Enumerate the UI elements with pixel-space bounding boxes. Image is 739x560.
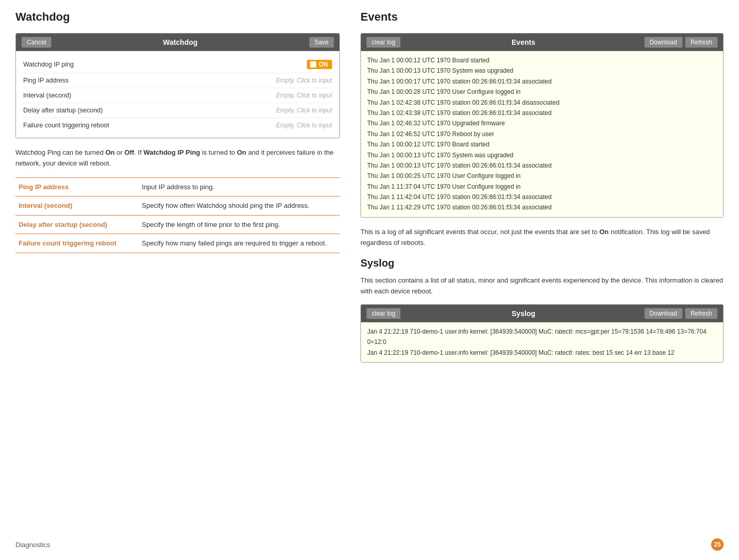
events-section-title: Events — [360, 10, 724, 24]
log-line: Thu Jan 1 00:00:28 UTC 1970 User Configu… — [367, 87, 717, 97]
definition-row: Ping IP addressInput IP address to ping. — [15, 177, 340, 196]
page-number: 25 — [711, 538, 724, 551]
interval-label: Interval (second) — [23, 92, 71, 99]
syslog-section-title: Syslog — [360, 257, 724, 269]
failure-count-label: Failure count triggering reboot — [23, 122, 109, 129]
watchdog-panel-title: Watchdog — [52, 38, 308, 46]
definition-text: Specify how many failed pings are requir… — [139, 234, 340, 253]
syslog-panel-header: clear log Syslog Download Refresh — [361, 305, 723, 322]
watchdog-panel-header: Cancel Watchdog Save — [16, 34, 339, 51]
definitions-table: Ping IP addressInput IP address to ping.… — [15, 177, 340, 253]
log-line: Thu Jan 1 00:00:13 UTC 1970 System was u… — [367, 65, 717, 76]
events-description: This is a log of all significant events … — [360, 227, 724, 249]
events-download-button[interactable]: Download — [644, 37, 683, 48]
cancel-button[interactable]: Cancel — [21, 37, 52, 48]
log-line: Thu Jan 1 00:00:13 UTC 1970 System was u… — [367, 150, 717, 160]
definition-text: Specify the length of time prior to the … — [139, 215, 340, 234]
events-panel: clear log Events Download Refresh Thu Ja… — [360, 33, 724, 218]
syslog-line: Jan 4 21:22:19 710-demo-1 user.info kern… — [367, 326, 717, 348]
log-line: Thu Jan 1 00:00:25 UTC 1970 User Configu… — [367, 171, 717, 181]
left-column: Watchdog Cancel Watchdog Save Watchdog I… — [15, 10, 355, 372]
syslog-clear-log-button[interactable]: clear log — [366, 308, 401, 319]
events-panel-header: clear log Events Download Refresh — [361, 34, 723, 51]
syslog-download-button[interactable]: Download — [644, 308, 683, 319]
syslog-panel: clear log Syslog Download Refresh Jan 4 … — [360, 304, 724, 363]
ping-ip-address-value: Empty, Click to input — [276, 77, 332, 84]
ping-ip-address-row[interactable]: Ping IP address Empty, Click to input — [23, 73, 332, 88]
right-column: Events clear log Events Download Refresh… — [355, 10, 724, 372]
interval-value: Empty, Click to input — [276, 92, 332, 99]
log-line: Thu Jan 1 02:43:38 UTC 1970 station 00:2… — [367, 108, 717, 118]
toggle-label: ON — [319, 61, 328, 68]
definition-row: Failure count triggering rebootSpecify h… — [15, 234, 340, 253]
definition-text: Specify how often Watchdog should ping t… — [139, 196, 340, 216]
log-line: Thu Jan 1 11:42:29 UTC 1970 station 00:2… — [367, 202, 717, 212]
log-line: Thu Jan 1 11:37:04 UTC 1970 User Configu… — [367, 182, 717, 192]
events-panel-body: Thu Jan 1 00:00:12 UTC 1970 Board starte… — [361, 51, 723, 217]
watchdog-toggle[interactable]: ON — [307, 60, 332, 69]
interval-row[interactable]: Interval (second) Empty, Click to input — [23, 88, 332, 103]
footer-label: Diagnostics — [15, 541, 50, 549]
definition-text: Input IP address to ping. — [139, 177, 340, 196]
delay-startup-label: Delay after startup (second) — [23, 107, 103, 114]
log-line: Thu Jan 1 02:42:38 UTC 1970 station 00:2… — [367, 97, 717, 108]
definition-term: Ping IP address — [15, 177, 139, 196]
page-footer: Diagnostics 25 — [15, 538, 724, 551]
syslog-panel-title: Syslog — [403, 309, 644, 318]
watchdog-section-title: Watchdog — [15, 10, 340, 24]
log-line: Thu Jan 1 00:00:12 UTC 1970 Board starte… — [367, 139, 717, 150]
log-line: Thu Jan 1 11:42:04 UTC 1970 station 00:2… — [367, 192, 717, 202]
watchdog-ip-ping-label: Watchdog IP ping — [23, 61, 74, 68]
syslog-description: This section contains a list of all stat… — [360, 275, 724, 297]
definition-term: Failure count triggering reboot — [15, 234, 139, 253]
failure-count-value: Empty, Click to input — [276, 122, 332, 129]
log-line: Thu Jan 1 02:46:32 UTC 1970 Upgraded fir… — [367, 118, 717, 128]
log-line: Thu Jan 1 02:46:52 UTC 1970 Reboot by us… — [367, 129, 717, 139]
events-panel-title: Events — [403, 38, 644, 46]
definition-term: Interval (second) — [15, 196, 139, 216]
definition-row: Interval (second)Specify how often Watch… — [15, 196, 340, 216]
delay-startup-value: Empty, Click to input — [276, 107, 332, 114]
watchdog-panel-body: Watchdog IP ping ON Ping IP address Empt… — [16, 51, 339, 138]
syslog-refresh-button[interactable]: Refresh — [685, 308, 718, 319]
log-line: Thu Jan 1 00:00:17 UTC 1970 station 00:2… — [367, 76, 717, 87]
failure-count-row[interactable]: Failure count triggering reboot Empty, C… — [23, 118, 332, 133]
watchdog-ip-ping-row: Watchdog IP ping ON — [23, 56, 332, 73]
log-line: Thu Jan 1 00:00:13 UTC 1970 station 00:2… — [367, 160, 717, 171]
watchdog-panel: Cancel Watchdog Save Watchdog IP ping ON… — [15, 33, 340, 138]
definition-term: Delay after startup (second) — [15, 215, 139, 234]
events-clear-log-button[interactable]: clear log — [366, 37, 401, 48]
syslog-panel-body: Jan 4 21:22:19 710-demo-1 user.info kern… — [361, 322, 723, 362]
watchdog-description: Watchdog Ping can be turned On or Off. I… — [15, 147, 340, 169]
delay-startup-row[interactable]: Delay after startup (second) Empty, Clic… — [23, 103, 332, 118]
syslog-line: Jan 4 21:22:19 710-demo-1 user.info kern… — [367, 348, 717, 358]
ping-ip-address-label: Ping IP address — [23, 77, 69, 84]
log-line: Thu Jan 1 00:00:12 UTC 1970 Board starte… — [367, 55, 717, 65]
save-button[interactable]: Save — [309, 37, 334, 48]
definition-row: Delay after startup (second)Specify the … — [15, 215, 340, 234]
toggle-knob — [310, 61, 316, 68]
events-refresh-button[interactable]: Refresh — [685, 37, 718, 48]
